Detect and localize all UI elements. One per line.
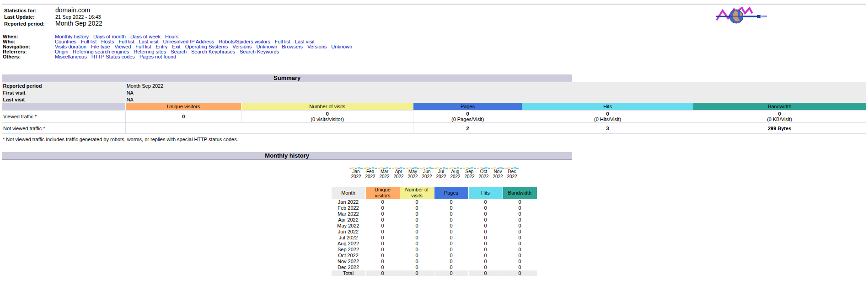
bar-unique-visitors bbox=[364, 168, 366, 169]
header-box: Statistics for: domain.com Last Update: … bbox=[2, 4, 866, 30]
bar-number-of-visits bbox=[366, 167, 369, 169]
total-visits: 0 bbox=[400, 270, 434, 276]
summary-footnote: * Not viewed traffic includes traffic ge… bbox=[3, 137, 866, 142]
chart-bars bbox=[377, 166, 391, 169]
value-cell: 0 bbox=[366, 199, 400, 205]
col-header-bandwidth: Bandwidth bbox=[693, 103, 866, 111]
value-cell: 0 bbox=[434, 205, 468, 211]
bar-pages bbox=[511, 168, 513, 169]
value-cell: 0 bbox=[434, 199, 468, 205]
value: 3 bbox=[606, 126, 609, 131]
value-cell: 0 bbox=[469, 259, 503, 264]
value-cell: 0 bbox=[400, 223, 434, 228]
bar-hits bbox=[414, 167, 417, 169]
bar-unique-visitors bbox=[449, 168, 451, 169]
bar-number-of-visits bbox=[437, 167, 439, 169]
value: 2 bbox=[466, 126, 469, 131]
month-label: Apr2022 bbox=[391, 169, 406, 179]
bar-pages bbox=[355, 168, 357, 169]
chart-month: May2022 bbox=[406, 166, 420, 179]
value-cell: 0 bbox=[400, 217, 434, 222]
value-cell: 0 bbox=[434, 229, 468, 234]
month-cell: Aug 2022 bbox=[332, 241, 365, 246]
bar-unique-visitors bbox=[434, 168, 437, 169]
value-cell: 0 bbox=[434, 217, 468, 222]
stats-for-label: Statistics for: bbox=[4, 7, 55, 14]
value-cell: 0 bbox=[366, 265, 400, 270]
value-cell: 0 bbox=[503, 259, 537, 264]
value: 0 bbox=[182, 114, 185, 119]
value-cell: 0 bbox=[366, 235, 400, 240]
not-viewed-empty bbox=[126, 123, 413, 134]
value-cell: 0 bbox=[469, 205, 503, 211]
menu-link-versions[interactable]: Versions bbox=[307, 44, 327, 49]
total-pages: 0 bbox=[434, 270, 468, 276]
value-cell: 0 bbox=[469, 223, 503, 228]
chart-bars bbox=[391, 166, 406, 169]
chart-month: Jan2022 bbox=[349, 166, 363, 179]
value: 299 Bytes bbox=[768, 126, 791, 131]
value-cell: 0 bbox=[503, 199, 537, 205]
chart-bars bbox=[491, 166, 505, 169]
value-cell: 0 bbox=[469, 235, 503, 240]
chart-month: Mar2022 bbox=[377, 166, 391, 179]
chart-bars bbox=[363, 166, 377, 169]
value-cell: 0 bbox=[469, 247, 503, 252]
table-row: Jan 202200000 bbox=[332, 199, 537, 205]
bar-unique-visitors bbox=[420, 168, 423, 169]
value-cell: 0 bbox=[400, 199, 434, 205]
corner-cell bbox=[2, 103, 126, 111]
bar-number-of-visits bbox=[451, 167, 454, 169]
menu-link-miscellaneous[interactable]: Miscellaneous bbox=[55, 54, 87, 59]
bar-hits bbox=[471, 167, 473, 169]
value: 0 bbox=[606, 111, 609, 116]
total-unique: 0 bbox=[366, 270, 400, 276]
bar-pages bbox=[497, 168, 499, 169]
menu-link-search-keywords[interactable]: Search Keywords bbox=[240, 49, 279, 54]
value-cell: 0 bbox=[400, 241, 434, 246]
bar-unique-visitors bbox=[463, 168, 465, 169]
chart-bars bbox=[349, 166, 363, 169]
bar-hits bbox=[358, 167, 360, 169]
table-row: Jun 202200000 bbox=[332, 229, 537, 234]
value-cell: 0 bbox=[434, 247, 468, 252]
value-cell: 0 bbox=[503, 235, 537, 240]
menu-links: OriginReferring search enginesReferring … bbox=[55, 49, 866, 54]
viewed-pages: 0(0 Pages/Visit) bbox=[413, 111, 522, 123]
chart-month: Apr2022 bbox=[391, 166, 406, 179]
month-cell: Jan 2022 bbox=[332, 199, 365, 205]
viewed-bandwidth: 0(0 KB/Visit) bbox=[693, 111, 866, 123]
bar-unique-visitors bbox=[392, 168, 394, 169]
table-row: May 202200000 bbox=[332, 223, 537, 228]
menu-link-browsers[interactable]: Browsers bbox=[282, 44, 303, 49]
monthly-total-row: Total 0 0 0 0 0 bbox=[332, 270, 537, 276]
menu-link-pages-not-found[interactable]: Pages not found bbox=[139, 54, 176, 59]
reported-period-label: Reported period: bbox=[4, 21, 55, 27]
value-cell: 0 bbox=[366, 211, 400, 217]
bar-bandwidth bbox=[502, 168, 504, 169]
bar-number-of-visits bbox=[352, 167, 354, 169]
awstats-page: Statistics for: domain.com Last Update: … bbox=[0, 0, 868, 291]
summary-row-first-visit: First visit NA bbox=[2, 89, 866, 96]
monthly-history-title: Monthly history bbox=[2, 152, 572, 160]
monthly-history-chart: Jan2022Feb2022Mar2022Apr2022May2022Jun20… bbox=[2, 160, 866, 179]
bar-bandwidth bbox=[431, 168, 434, 169]
total-hits: 0 bbox=[469, 270, 503, 276]
sub-value: (0 Pages/Visit) bbox=[451, 116, 484, 122]
menu-link-unknown[interactable]: Unknown bbox=[331, 44, 352, 49]
value-cell: 0 bbox=[503, 211, 537, 217]
col-header-bandwidth: Bandwidth bbox=[503, 187, 537, 199]
menu-link-search-keyphrases[interactable]: Search Keyphrases bbox=[191, 49, 235, 54]
summary-title: Summary bbox=[2, 74, 572, 82]
summary-column-headers: Unique visitors Number of visits Pages H… bbox=[2, 103, 866, 111]
chart-month: Sep2022 bbox=[462, 166, 477, 179]
row-value: Month Sep 2022 bbox=[126, 82, 866, 89]
monthly-table-header: Month Unique visitors Number of visits P… bbox=[332, 187, 537, 199]
value-cell: 0 bbox=[469, 211, 503, 217]
value-cell: 0 bbox=[503, 241, 537, 246]
bar-number-of-visits bbox=[466, 167, 468, 169]
menu-link-http-status-codes[interactable]: HTTP Status codes bbox=[91, 54, 135, 59]
col-header-hits: Hits bbox=[522, 103, 693, 111]
value-cell: 0 bbox=[400, 211, 434, 217]
month-cell: Sep 2022 bbox=[332, 247, 365, 252]
